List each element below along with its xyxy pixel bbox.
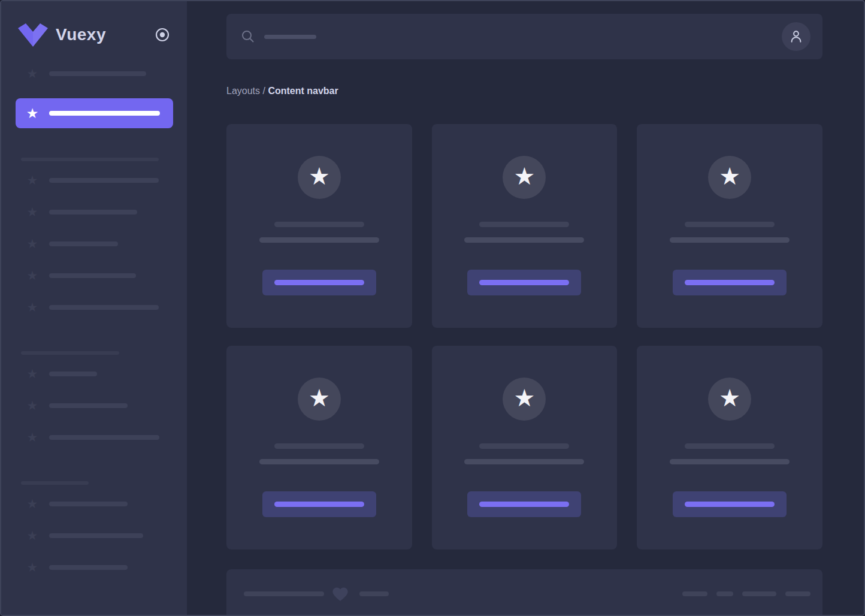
menu-pin-toggle-icon[interactable]	[155, 27, 170, 43]
card-action-button[interactable]	[467, 270, 581, 295]
footer-link-placeholder	[682, 591, 707, 596]
card-action-button[interactable]	[467, 491, 581, 517]
card-title-placeholder	[274, 222, 364, 227]
menu-label-placeholder	[49, 372, 97, 376]
footer-link-placeholder	[716, 591, 733, 596]
sidebar-header: Vuexy	[1, 1, 187, 48]
button-label-placeholder	[479, 502, 569, 507]
sidebar-item[interactable]: ★	[16, 268, 173, 283]
search-input[interactable]	[241, 29, 782, 44]
star-icon: ★	[514, 386, 536, 410]
card-action-button[interactable]	[673, 270, 787, 295]
breadcrumb-current: Content navbar	[268, 86, 338, 96]
placeholder-card: ★	[432, 124, 618, 328]
user-avatar[interactable]	[782, 22, 810, 51]
card-title-placeholder	[479, 222, 569, 227]
sidebar-item[interactable]: ★	[16, 398, 173, 413]
card-action-button[interactable]	[673, 491, 787, 517]
card-avatar-circle: ★	[503, 156, 546, 199]
menu-section-header-placeholder	[21, 158, 159, 161]
star-icon: ★	[719, 164, 740, 188]
star-icon: ★	[25, 237, 40, 251]
footer-link-placeholder	[742, 591, 776, 596]
menu-label-placeholder	[49, 435, 159, 440]
button-label-placeholder	[274, 502, 364, 507]
app-frame: Vuexy ★ ★ ★ ★	[0, 0, 865, 616]
card-grid: ★ ★ ★ ★	[226, 124, 822, 549]
app-title: Vuexy	[56, 25, 106, 44]
vuexy-logo-icon	[18, 22, 48, 47]
footer-text-placeholder	[244, 591, 324, 596]
menu-label-placeholder	[49, 71, 146, 76]
button-label-placeholder	[479, 280, 569, 285]
search-placeholder	[264, 35, 316, 39]
footer-link-placeholder	[785, 591, 810, 596]
sidebar-item[interactable]: ★	[16, 560, 173, 575]
menu-section-header-placeholder	[21, 351, 119, 355]
sidebar-item[interactable]: ★	[16, 205, 173, 219]
footer	[226, 569, 822, 616]
sidebar-item[interactable]: ★	[16, 367, 173, 381]
top-navbar	[226, 14, 822, 59]
card-subtitle-placeholder	[464, 459, 584, 464]
sidebar-item[interactable]: ★	[16, 529, 173, 543]
menu-label-placeholder	[49, 241, 118, 246]
sidebar-item-active[interactable]: ★	[16, 98, 173, 128]
sidebar-item[interactable]: ★	[16, 497, 173, 511]
sidebar: Vuexy ★ ★ ★ ★	[1, 1, 187, 615]
menu-label-placeholder	[49, 565, 128, 570]
card-subtitle-placeholder	[670, 237, 790, 243]
breadcrumb-separator: /	[260, 86, 268, 96]
card-action-button[interactable]	[262, 491, 376, 517]
menu-label-placeholder	[49, 403, 128, 408]
star-icon: ★	[25, 67, 40, 81]
sidebar-item[interactable]: ★	[16, 237, 173, 251]
star-icon: ★	[25, 173, 40, 188]
star-icon: ★	[25, 300, 40, 315]
star-icon: ★	[25, 560, 40, 575]
sidebar-item[interactable]: ★	[16, 67, 173, 81]
menu-section-header-placeholder	[21, 481, 89, 485]
star-icon: ★	[25, 106, 40, 120]
heart-icon	[332, 587, 349, 605]
menu-label-placeholder	[49, 111, 160, 116]
star-icon: ★	[309, 386, 330, 410]
star-icon: ★	[25, 205, 40, 219]
sidebar-item[interactable]: ★	[16, 300, 173, 315]
card-title-placeholder	[274, 443, 364, 449]
menu-label-placeholder	[49, 533, 143, 538]
menu-label-placeholder	[49, 305, 159, 310]
star-icon: ★	[25, 497, 40, 511]
placeholder-card: ★	[637, 346, 822, 549]
placeholder-card: ★	[226, 346, 412, 549]
breadcrumb-parent[interactable]: Layouts	[226, 86, 260, 96]
search-icon	[241, 29, 255, 44]
card-subtitle-placeholder	[464, 237, 584, 243]
star-icon: ★	[309, 164, 330, 188]
star-icon: ★	[719, 386, 740, 410]
star-icon: ★	[25, 398, 40, 413]
card-subtitle-placeholder	[259, 459, 379, 464]
card-avatar-circle: ★	[708, 156, 751, 199]
card-action-button[interactable]	[262, 270, 376, 295]
menu-label-placeholder	[49, 502, 128, 506]
card-subtitle-placeholder	[259, 237, 379, 243]
sidebar-item[interactable]: ★	[16, 430, 173, 445]
menu-label-placeholder	[49, 178, 159, 183]
button-label-placeholder	[685, 280, 775, 285]
card-avatar-circle: ★	[708, 378, 751, 421]
star-icon: ★	[514, 164, 536, 188]
star-icon: ★	[25, 268, 40, 283]
placeholder-card: ★	[432, 346, 618, 549]
placeholder-card: ★	[226, 124, 412, 328]
card-title-placeholder	[479, 443, 569, 449]
main-content: Layouts / Content navbar ★ ★ ★	[187, 1, 864, 615]
card-avatar-circle: ★	[298, 378, 341, 421]
sidebar-item[interactable]: ★	[16, 173, 173, 188]
card-avatar-circle: ★	[298, 156, 341, 199]
star-icon: ★	[25, 430, 40, 445]
button-label-placeholder	[274, 280, 364, 285]
star-icon: ★	[25, 367, 40, 381]
footer-text-placeholder	[359, 591, 389, 596]
card-title-placeholder	[685, 222, 775, 227]
